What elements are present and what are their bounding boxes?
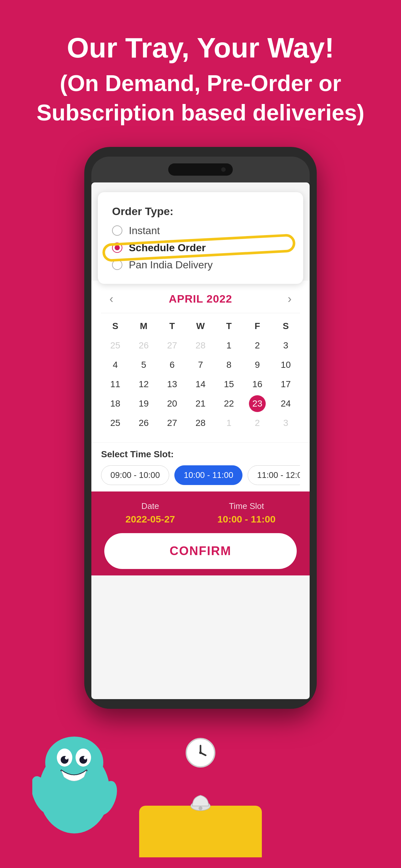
cal-cell-r1-2[interactable]: 26 (129, 336, 158, 355)
timeslot-info-label: Time Slot (217, 501, 275, 511)
order-type-title: Order Type: (112, 205, 289, 218)
cal-cell-r2-4[interactable]: 7 (186, 355, 215, 375)
radio-circle-schedule (112, 243, 122, 253)
cal-cell-r2-5[interactable]: 8 (215, 355, 243, 375)
cal-header-m: M (129, 316, 158, 336)
cal-cell-r2-1[interactable]: 4 (101, 355, 129, 375)
cal-cell-r3-2[interactable]: 12 (129, 375, 158, 394)
hero-title: Our Tray, Your Way! (26, 32, 375, 64)
date-value: 2022-05-27 (126, 514, 175, 525)
date-label: Date (126, 501, 175, 511)
cal-header-t1: T (158, 316, 186, 336)
cal-cell-r3-4[interactable]: 14 (186, 375, 215, 394)
cal-cell-23-selected[interactable]: 23 (249, 395, 266, 412)
svg-point-14 (199, 751, 202, 754)
radio-circle-pan-india (112, 259, 122, 270)
calendar-section: ‹ APRIL 2022 › S M T W T F S 25 26 27 (91, 281, 310, 442)
radio-instant[interactable]: Instant (112, 225, 289, 237)
cal-cell-r2-6[interactable]: 9 (243, 355, 272, 375)
cal-cell-r3-5[interactable]: 15 (215, 375, 243, 394)
cal-cell-r2-7[interactable]: 10 (272, 355, 300, 375)
bell-icon (189, 792, 212, 814)
timeslot-info: Time Slot 10:00 - 11:00 (217, 501, 275, 525)
hero-section: Our Tray, Your Way! (On Demand, Pre-Orde… (0, 0, 401, 141)
cal-cell-r5-2[interactable]: 26 (129, 413, 158, 433)
cal-cell-r4-1[interactable]: 18 (101, 394, 129, 413)
cal-cell-r3-3[interactable]: 13 (158, 375, 186, 394)
timeslot-row: 09:00 - 10:00 10:00 - 11:00 11:00 - 12:0… (101, 465, 300, 485)
timeslot-label: Select Time Slot: (101, 449, 300, 460)
radio-label-schedule: Schedule Order (129, 242, 206, 254)
cal-cell-r5-4[interactable]: 28 (186, 413, 215, 433)
cal-cell-r2-3[interactable]: 6 (158, 355, 186, 375)
calendar-month-year: APRIL 2022 (169, 292, 232, 305)
cal-cell-r5-7[interactable]: 3 (272, 413, 300, 433)
clock-icon (184, 737, 217, 769)
radio-circle-instant (112, 225, 122, 236)
phone-container: Order Type: Instant Schedule Order Pan I… (0, 141, 401, 709)
calendar-next-button[interactable]: › (282, 290, 297, 308)
svg-point-7 (84, 756, 87, 760)
cal-cell-r3-6[interactable]: 16 (243, 375, 272, 394)
cal-cell-r1-5[interactable]: 1 (215, 336, 243, 355)
cal-cell-r4-2[interactable]: 19 (129, 394, 158, 413)
cal-cell-r1-1[interactable]: 25 (101, 336, 129, 355)
cal-cell-r3-7[interactable]: 17 (272, 375, 300, 394)
cal-cell-r5-5[interactable]: 1 (215, 413, 243, 433)
cal-cell-r4-6[interactable]: 23 (243, 394, 272, 413)
svg-point-6 (65, 756, 68, 760)
cal-cell-r1-4[interactable]: 28 (186, 336, 215, 355)
page-bottom-section (0, 696, 401, 857)
cal-cell-r1-7[interactable]: 3 (272, 336, 300, 355)
timeslot-section: Select Time Slot: 09:00 - 10:00 10:00 - … (91, 442, 310, 492)
mascot-area (32, 720, 123, 838)
timeslot-1100[interactable]: 11:00 - 12:00 (248, 465, 300, 485)
cal-cell-r4-3[interactable]: 20 (158, 394, 186, 413)
cal-header-t2: T (215, 316, 243, 336)
cal-cell-r4-4[interactable]: 21 (186, 394, 215, 413)
cal-header-f: F (243, 316, 272, 336)
cal-header-s2: S (272, 316, 300, 336)
clock-area (184, 737, 217, 770)
calendar-prev-button[interactable]: ‹ (104, 290, 119, 308)
hero-subtitle: (On Demand, Pre-Order or Subscription ba… (26, 69, 375, 128)
timeslot-1000[interactable]: 10:00 - 11:00 (174, 465, 243, 485)
order-type-popup: Order Type: Instant Schedule Order Pan I… (98, 192, 303, 284)
timeslot-info-value: 10:00 - 11:00 (217, 514, 275, 525)
radio-label-pan-india: Pan India Delivery (129, 259, 213, 271)
timeslot-0900[interactable]: 09:00 - 10:00 (101, 465, 169, 485)
mascot-svg (32, 720, 123, 837)
phone-screen: Order Type: Instant Schedule Order Pan I… (91, 182, 310, 699)
cal-cell-r4-7[interactable]: 24 (272, 394, 300, 413)
cal-cell-r5-6[interactable]: 2 (243, 413, 272, 433)
cal-cell-r1-6[interactable]: 2 (243, 336, 272, 355)
cal-header-w: W (186, 316, 215, 336)
cal-header-s1: S (101, 316, 129, 336)
bell-area (189, 792, 212, 815)
bottom-bar: Date 2022-05-27 Time Slot 10:00 - 11:00 … (91, 492, 310, 576)
calendar-grid: S M T W T F S 25 26 27 28 1 2 3 4 (101, 316, 300, 433)
cal-cell-r1-3[interactable]: 27 (158, 336, 186, 355)
calendar-header: ‹ APRIL 2022 › (101, 287, 300, 313)
cal-cell-r3-1[interactable]: 11 (101, 375, 129, 394)
bottom-info-row: Date 2022-05-27 Time Slot 10:00 - 11:00 (104, 501, 297, 525)
cal-cell-r5-1[interactable]: 25 (101, 413, 129, 433)
phone-frame: Order Type: Instant Schedule Order Pan I… (84, 147, 317, 709)
cal-cell-r4-5[interactable]: 22 (215, 394, 243, 413)
radio-schedule[interactable]: Schedule Order (112, 242, 289, 254)
svg-point-16 (198, 806, 203, 810)
radio-pan-india[interactable]: Pan India Delivery (112, 259, 289, 271)
phone-notch-area (91, 157, 310, 182)
radio-label-instant: Instant (129, 225, 160, 237)
phone-notch (168, 163, 233, 176)
cal-cell-r5-3[interactable]: 27 (158, 413, 186, 433)
cal-cell-r2-2[interactable]: 5 (129, 355, 158, 375)
date-info: Date 2022-05-27 (126, 501, 175, 525)
confirm-button[interactable]: CONFIRM (104, 533, 297, 569)
